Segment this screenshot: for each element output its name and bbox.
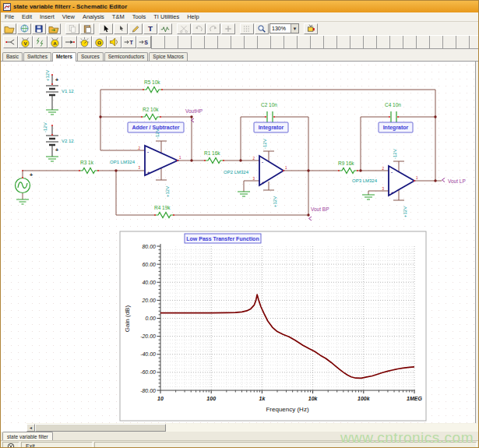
menu-view[interactable]: View bbox=[58, 12, 79, 21]
block-integrator-1[interactable]: Integrator bbox=[254, 122, 288, 132]
opamp-op3[interactable]: -12V +12V - + 2 3 1 OP3 LM324 bbox=[352, 149, 418, 217]
svg-text:V2 12: V2 12 bbox=[62, 139, 74, 143]
resistor-r5[interactable]: R5 10k bbox=[143, 79, 163, 93]
net-voutbp[interactable]: Vout BP bbox=[309, 206, 329, 220]
save-button[interactable] bbox=[32, 23, 46, 34]
tab-semiconductors[interactable]: Semiconductors bbox=[104, 52, 149, 61]
oscilloscope-button[interactable]: T bbox=[122, 36, 136, 48]
meter-arrows-button[interactable] bbox=[33, 36, 48, 48]
loudspeaker-button[interactable] bbox=[107, 36, 122, 48]
open-file-button[interactable] bbox=[2, 23, 16, 34]
menu-bar: File Edit Insert View Analysis T&M Tools… bbox=[1, 12, 478, 22]
menu-tools[interactable]: Tools bbox=[129, 12, 150, 21]
svg-text:1: 1 bbox=[179, 156, 181, 160]
paste-button[interactable] bbox=[80, 23, 94, 34]
svg-text:+: + bbox=[147, 170, 150, 175]
resistor-r9[interactable]: R9 16k bbox=[338, 161, 358, 174]
svg-text:+: + bbox=[55, 147, 58, 153]
opamp-op1[interactable]: -12V +12V - + 2 3 1 OP1 LM324 bbox=[110, 129, 181, 197]
resistor-r3[interactable]: R3 1k bbox=[79, 160, 99, 174]
chevron-down-icon[interactable]: ▼ bbox=[291, 24, 298, 33]
opamp-op2[interactable]: -12V +12V - + 2 3 1 OP2 LM324 bbox=[224, 139, 287, 207]
menu-insert[interactable]: Insert bbox=[36, 12, 58, 21]
net-vouthp[interactable]: VoutHP bbox=[185, 108, 203, 122]
svg-text:OP2 LM324: OP2 LM324 bbox=[224, 170, 249, 175]
svg-text:C2 10n: C2 10n bbox=[261, 102, 277, 108]
battery-v1[interactable]: +12V + V1 12 bbox=[45, 70, 74, 110]
open-recent-button[interactable] bbox=[47, 23, 61, 34]
floppy-icon bbox=[34, 24, 44, 34]
menu-file[interactable]: File bbox=[1, 12, 18, 21]
zoom-tool-button[interactable] bbox=[255, 23, 269, 34]
add-button[interactable] bbox=[221, 23, 235, 34]
ground-v1[interactable] bbox=[46, 110, 58, 115]
transfer-function-chart[interactable]: 80.0060.0040.0020.000.00-20.00-40.00-60.… bbox=[120, 231, 426, 421]
tab-switches[interactable]: Switches bbox=[23, 52, 51, 61]
wattmeter-button[interactable] bbox=[77, 36, 92, 48]
open-web-button[interactable] bbox=[17, 23, 31, 34]
menu-tm[interactable]: T&M bbox=[108, 12, 129, 21]
menu-ti-utilities[interactable]: TI Utilities bbox=[150, 12, 183, 21]
current-arrow-button[interactable] bbox=[62, 36, 77, 48]
cut-button[interactable] bbox=[177, 23, 191, 34]
ground-source[interactable] bbox=[16, 199, 29, 204]
capacitor-c2[interactable]: C2 10n bbox=[261, 102, 277, 122]
scroll-left-button[interactable]: ◄ bbox=[26, 424, 35, 432]
menu-help[interactable]: Help bbox=[183, 12, 203, 21]
tab-meters[interactable]: Meters bbox=[52, 52, 76, 62]
grid-toggle-button[interactable] bbox=[240, 23, 254, 34]
x-tick-label: 10 bbox=[157, 396, 164, 401]
tab-spice-macros[interactable]: Spice Macros bbox=[149, 52, 187, 61]
scissors-icon bbox=[179, 24, 188, 34]
resistor-r1[interactable]: R1 16k bbox=[204, 150, 224, 164]
svg-text:3: 3 bbox=[382, 187, 384, 191]
tab-basic[interactable]: Basic bbox=[2, 52, 23, 61]
draw-wire-button[interactable] bbox=[129, 23, 143, 34]
y-axis-label: Gain (dB) bbox=[124, 305, 131, 333]
resistor-r4[interactable]: R4 19k bbox=[154, 205, 174, 218]
svg-text:Integrator: Integrator bbox=[259, 125, 284, 131]
undo-button[interactable] bbox=[192, 23, 206, 34]
menu-edit[interactable]: Edit bbox=[18, 12, 36, 21]
ground-v2[interactable] bbox=[46, 157, 58, 161]
signal-analyzer-button[interactable]: S bbox=[136, 36, 151, 48]
voltmeter-button[interactable]: V bbox=[18, 36, 33, 48]
doc-tab-state-variable-filter[interactable]: state variable filter bbox=[2, 432, 53, 440]
redo-button[interactable] bbox=[206, 23, 220, 34]
voltage-pin-button[interactable] bbox=[3, 36, 18, 48]
ground-op3[interactable] bbox=[362, 195, 375, 199]
ohmmeter-button[interactable]: Ω bbox=[92, 36, 107, 48]
svg-text:+12V: +12V bbox=[45, 70, 50, 81]
zoom-level-combobox[interactable]: 130% ▼ bbox=[269, 23, 299, 34]
x-tick-label: 100k bbox=[357, 396, 371, 401]
net-voutlp[interactable]: Vout LP bbox=[442, 178, 466, 185]
menu-analysis[interactable]: Analysis bbox=[79, 12, 108, 21]
ammeter-button[interactable]: A bbox=[48, 36, 62, 48]
copy-button[interactable] bbox=[65, 23, 79, 34]
resistor-r2[interactable]: R2 10k bbox=[141, 107, 161, 120]
voltage-pin-icon bbox=[5, 37, 16, 48]
tab-sources[interactable]: Sources bbox=[77, 52, 104, 61]
battery-v2[interactable]: -12V V2 12 + bbox=[43, 122, 74, 157]
ground-op2[interactable] bbox=[238, 192, 250, 196]
x-tick-label: 10k bbox=[308, 396, 319, 401]
scrollbar-thumb[interactable] bbox=[35, 424, 166, 432]
svg-text:Vout BP: Vout BP bbox=[311, 206, 329, 212]
block-integrator-2[interactable]: Integrator bbox=[379, 122, 413, 132]
schematic-canvas[interactable]: +12V + V1 12 -12V V2 12 + + bbox=[1, 62, 476, 423]
main-toolbar: T bbox=[1, 22, 478, 35]
capacitor-c4[interactable]: C4 10n bbox=[385, 102, 401, 122]
svg-text:+12V: +12V bbox=[273, 196, 277, 207]
voltage-generator[interactable]: + bbox=[16, 170, 33, 199]
current-arrow-icon bbox=[64, 37, 76, 48]
folder-icon bbox=[48, 24, 59, 34]
select-cursor-button[interactable] bbox=[99, 23, 113, 34]
x-tick-label: 1MEG bbox=[407, 396, 422, 401]
interactive-mode-button[interactable] bbox=[304, 23, 318, 34]
ammeter-icon: A bbox=[49, 37, 61, 48]
symbol-tool-button[interactable] bbox=[158, 23, 172, 34]
chart-panel bbox=[120, 231, 426, 421]
y-tick-label: 0.00 bbox=[145, 316, 156, 321]
text-tool-button[interactable]: T bbox=[143, 23, 157, 34]
last-component-button[interactable] bbox=[114, 23, 128, 34]
